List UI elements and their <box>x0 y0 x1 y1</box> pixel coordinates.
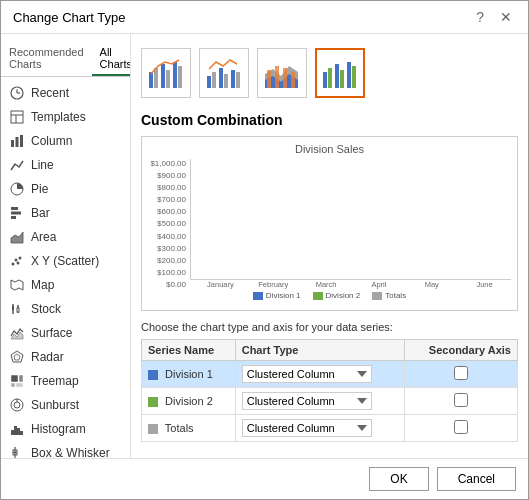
chart-legend: Division 1 Division 2 Totals <box>148 291 511 300</box>
chart-preview: Division Sales $1,000.00 $900.00 $800.00… <box>141 136 518 311</box>
ok-button[interactable]: OK <box>369 467 428 491</box>
close-button[interactable]: ✕ <box>496 9 516 25</box>
svg-rect-34 <box>20 431 23 435</box>
sidebar-item-histogram[interactable]: Histogram <box>1 417 130 441</box>
section-title: Custom Combination <box>141 112 518 128</box>
sidebar-item-line[interactable]: Line <box>1 153 130 177</box>
svg-rect-57 <box>219 68 223 88</box>
sidebar-tabs: Recommended Charts All Charts <box>1 42 130 77</box>
map-icon <box>9 277 25 293</box>
svg-rect-24 <box>11 375 18 382</box>
column-label: Column <box>31 134 72 148</box>
secondary-axis-checkbox-totals[interactable] <box>454 420 468 434</box>
svg-rect-56 <box>212 72 216 88</box>
chart-type-cell-totals[interactable]: Clustered Column Line Line with Markers … <box>235 415 405 442</box>
y-axis: $1,000.00 $900.00 $800.00 $700.00 $600.0… <box>148 159 190 289</box>
table-row[interactable]: Division 1 Clustered Column Line Line wi… <box>142 361 518 388</box>
legend-color-div1 <box>253 292 263 300</box>
svg-rect-18 <box>12 306 14 310</box>
svg-rect-26 <box>11 383 15 387</box>
sidebar-item-stock[interactable]: Stock <box>1 297 130 321</box>
series-table: Series Name Chart Type Secondary Axis Di… <box>141 339 518 442</box>
scatter-icon <box>9 253 25 269</box>
chart-title: Division Sales <box>148 143 511 155</box>
sunburst-icon <box>9 397 25 413</box>
svg-rect-62 <box>275 66 279 88</box>
area-label: Area <box>31 230 56 244</box>
chart-type-icons-row <box>141 44 518 102</box>
tab-recommended[interactable]: Recommended Charts <box>1 42 92 76</box>
col-secondary-axis: Secondary Axis <box>405 340 518 361</box>
histogram-label: Histogram <box>31 422 86 436</box>
secondary-axis-checkbox-div1[interactable] <box>454 366 468 380</box>
secondary-axis-cell-div2[interactable] <box>405 388 518 415</box>
sidebar-item-area[interactable]: Area <box>1 225 130 249</box>
pie-label: Pie <box>31 182 48 196</box>
sidebar-item-treemap[interactable]: Treemap <box>1 369 130 393</box>
area-chart-icon <box>9 229 25 245</box>
sidebar-item-map[interactable]: Map <box>1 273 130 297</box>
combo-icon4-button[interactable] <box>315 48 365 98</box>
svg-rect-32 <box>14 426 17 435</box>
svg-rect-25 <box>19 375 23 382</box>
svg-rect-52 <box>166 70 170 88</box>
secondary-axis-cell-div1[interactable] <box>405 361 518 388</box>
chart-type-select-div2[interactable]: Clustered Column Line Line with Markers … <box>242 392 372 410</box>
secondary-axis-checkbox-div2[interactable] <box>454 393 468 407</box>
series-label: Choose the chart type and axis for your … <box>141 321 518 333</box>
svg-rect-51 <box>161 64 165 88</box>
stock-icon <box>9 301 25 317</box>
combo-icon2-button[interactable] <box>199 48 249 98</box>
sunburst-label: Sunburst <box>31 398 79 412</box>
sidebar-item-sunburst[interactable]: Sunburst <box>1 393 130 417</box>
svg-rect-59 <box>231 70 235 88</box>
chart-type-select-div1[interactable]: Clustered Column Line Line with Markers … <box>242 365 372 383</box>
title-bar: Change Chart Type ? ✕ <box>1 1 528 34</box>
svg-rect-70 <box>352 66 356 88</box>
chart-type-cell-div2[interactable]: Clustered Column Line Line with Markers … <box>235 388 405 415</box>
combo-icon1-button[interactable] <box>141 48 191 98</box>
cancel-button[interactable]: Cancel <box>437 467 516 491</box>
sidebar-item-bar[interactable]: Bar <box>1 201 130 225</box>
sidebar-item-pie[interactable]: Pie <box>1 177 130 201</box>
svg-rect-27 <box>16 383 23 387</box>
secondary-axis-cell-totals[interactable] <box>405 415 518 442</box>
sidebar-item-radar[interactable]: Radar <box>1 345 130 369</box>
svg-rect-60 <box>236 72 240 88</box>
legend-totals: Totals <box>372 291 406 300</box>
series-dot-div1 <box>148 370 158 380</box>
treemap-label: Treemap <box>31 374 79 388</box>
sidebar-item-surface[interactable]: Surface <box>1 321 130 345</box>
chart-type-cell-div1[interactable]: Clustered Column Line Line with Markers … <box>235 361 405 388</box>
radar-icon <box>9 349 25 365</box>
svg-rect-33 <box>17 428 20 435</box>
sidebar-item-xy-scatter[interactable]: X Y (Scatter) <box>1 249 130 273</box>
change-chart-type-dialog: Change Chart Type ? ✕ Recommended Charts… <box>0 0 529 500</box>
dialog-body: Recommended Charts All Charts Recent Tem… <box>1 34 528 458</box>
dialog-title: Change Chart Type <box>13 10 126 25</box>
sidebar-item-recent[interactable]: Recent <box>1 81 130 105</box>
bars-container: January February March April May June <box>190 159 511 289</box>
table-header-row: Series Name Chart Type Secondary Axis <box>142 340 518 361</box>
svg-rect-49 <box>149 72 153 88</box>
chart-type-select-totals[interactable]: Clustered Column Line Line with Markers … <box>242 419 372 437</box>
table-row[interactable]: Division 2 Clustered Column Line Line wi… <box>142 388 518 415</box>
table-row[interactable]: Totals Clustered Column Line Line with M… <box>142 415 518 442</box>
sidebar-item-column[interactable]: Column <box>1 129 130 153</box>
legend-color-totals <box>372 292 382 300</box>
svg-point-28 <box>14 402 20 408</box>
box-whisker-icon <box>9 445 25 458</box>
template-icon <box>9 109 25 125</box>
main-content: Custom Combination Division Sales $1,000… <box>131 34 528 458</box>
tab-all-charts[interactable]: All Charts <box>92 42 131 76</box>
series-name-totals: Totals <box>142 415 236 442</box>
svg-point-15 <box>19 257 22 260</box>
combo-icon3-button[interactable] <box>257 48 307 98</box>
sidebar-item-templates[interactable]: Templates <box>1 105 130 129</box>
help-button[interactable]: ? <box>472 9 488 25</box>
svg-rect-11 <box>11 212 21 215</box>
svg-rect-12 <box>11 216 16 219</box>
svg-rect-10 <box>11 207 18 210</box>
xy-scatter-label: X Y (Scatter) <box>31 254 99 268</box>
sidebar-item-box-whisker[interactable]: Box & Whisker <box>1 441 130 458</box>
